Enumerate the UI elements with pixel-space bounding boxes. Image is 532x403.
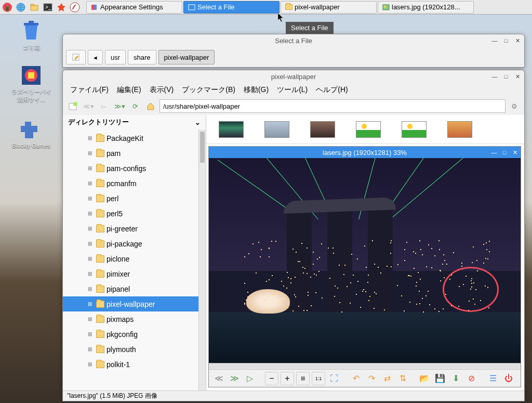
rotate-right-icon[interactable]: ↷ — [365, 372, 378, 385]
tree-item-pipanel[interactable]: ⊞pipanel — [63, 281, 206, 296]
flip-v-icon[interactable]: ⇅ — [396, 372, 409, 385]
menu-view[interactable]: 表示(V) — [147, 84, 177, 96]
image-viewer-titlebar[interactable]: lasers.jpg (1920x1281) 33% — □ ✕ — [209, 147, 521, 158]
tree-item-pi-package[interactable]: ⊞pi-package — [63, 236, 206, 251]
tree-item-plymouth[interactable]: ⊞plymouth — [63, 342, 206, 357]
menu-edit[interactable]: 編集(E) — [114, 84, 144, 96]
path-segment-pixel-wallpaper[interactable]: pixel-wallpaper — [158, 50, 215, 64]
expand-icon[interactable]: ⊞ — [88, 301, 94, 307]
thumb-balloons[interactable] — [264, 121, 289, 138]
titlebar[interactable]: Select a File — □ ✕ — [63, 34, 524, 47]
tree-item-PackageKit[interactable]: ⊞PackageKit — [63, 131, 206, 146]
tree-item-pam[interactable]: ⊞pam — [63, 146, 206, 161]
taskbar-appearance-settings[interactable]: Appearance Settings — [86, 1, 182, 14]
rotate-left-icon[interactable]: ↶ — [349, 372, 363, 385]
tree-item-pkgconfig[interactable]: ⊞pkgconfig — [63, 327, 206, 342]
pathbar-gap-icon[interactable]: ◂ — [88, 50, 103, 64]
close-icon[interactable]: ✕ — [514, 37, 521, 44]
expand-icon[interactable]: ⊞ — [88, 150, 94, 156]
path-segment-usr[interactable]: usr — [105, 50, 126, 64]
open-icon[interactable]: 📂 — [418, 372, 431, 385]
desktop-book[interactable]: ラズベリーパイ活用サイ... — [10, 65, 52, 103]
tree-item-pimixer[interactable]: ⊞pimixer — [63, 266, 206, 281]
zoom-100-icon[interactable]: 1:1 — [312, 372, 325, 385]
expand-icon[interactable]: ⊞ — [88, 180, 94, 186]
scrollbar-horizontal[interactable] — [209, 363, 521, 369]
home-icon[interactable] — [144, 99, 157, 113]
tree-item-polkit-1[interactable]: ⊞polkit-1 — [63, 357, 206, 372]
tree-item-pam-configs[interactable]: ⊞pam-configs — [63, 161, 206, 176]
maximize-icon[interactable]: □ — [501, 149, 508, 156]
close-icon[interactable]: ✕ — [511, 149, 518, 156]
maximize-icon[interactable]: □ — [502, 73, 510, 80]
thumb-placeholder-1[interactable] — [356, 121, 381, 138]
thumb-aurora[interactable] — [219, 121, 244, 138]
taskbar-select-file[interactable]: Select a File — [183, 1, 280, 14]
tree-item-perl[interactable]: ⊞perl — [63, 191, 206, 206]
play-icon[interactable]: ▷ — [243, 372, 257, 385]
scrollbar[interactable] — [198, 129, 206, 391]
prev-icon[interactable]: ≪ — [212, 372, 225, 385]
expand-icon[interactable]: ⊞ — [88, 286, 94, 292]
exit-icon[interactable]: ⏻ — [502, 372, 515, 385]
terminal-icon[interactable]: >_ — [42, 1, 54, 14]
expand-icon[interactable]: ⊞ — [88, 316, 94, 322]
saveas-icon[interactable]: ⬇ — [449, 372, 462, 385]
minimize-icon[interactable]: — — [490, 149, 498, 156]
expand-icon[interactable]: ⊞ — [88, 361, 94, 367]
new-tab-icon[interactable] — [66, 99, 79, 113]
forward-icon[interactable]: ▻ — [97, 99, 111, 113]
path-segment-share[interactable]: share — [128, 50, 156, 64]
go-icon[interactable]: ⚙ — [508, 99, 521, 113]
tree-item-perl5[interactable]: ⊞perl5 — [63, 206, 206, 221]
menu-icon[interactable] — [1, 1, 14, 14]
fullscreen-icon[interactable]: ⛶ — [327, 372, 341, 385]
menu-file[interactable]: ファイル(F) — [67, 84, 112, 96]
files-icon[interactable] — [28, 1, 41, 14]
tree-header[interactable]: ディレクトリツリー ⌄ — [63, 115, 206, 129]
expand-icon[interactable]: ⊞ — [88, 271, 94, 277]
expand-icon[interactable]: ⊞ — [88, 241, 94, 246]
desktop-trash[interactable]: ゴミ箱 — [10, 21, 52, 51]
expand-icon[interactable]: ⊞ — [88, 211, 94, 216]
save-icon[interactable]: 💾 — [433, 372, 447, 385]
thumb-sunset[interactable] — [447, 121, 472, 138]
expand-icon[interactable]: ⊞ — [88, 331, 94, 337]
back-icon[interactable]: ≪▾ — [82, 99, 95, 113]
zoom-out-icon[interactable]: − — [265, 372, 278, 385]
mathematica-icon[interactable] — [55, 1, 68, 14]
maximize-icon[interactable]: □ — [502, 37, 510, 44]
titlebar[interactable]: pixel-wallpaper — □ ✕ — [63, 70, 524, 83]
expand-icon[interactable]: ⊞ — [88, 256, 94, 262]
menu-bookmarks[interactable]: ブックマーク(B) — [179, 84, 238, 96]
preferences-icon[interactable]: ☰ — [486, 372, 500, 385]
directory-tree[interactable]: ⊞PackageKit⊞pam⊞pam-configs⊞pcmanfm⊞perl… — [63, 129, 206, 391]
image-canvas[interactable] — [209, 158, 521, 363]
expand-icon[interactable]: ⊞ — [88, 346, 94, 352]
tree-item-piclone[interactable]: ⊞piclone — [63, 251, 206, 266]
taskbar-lasers-image[interactable]: lasers.jpg (1920x128... — [378, 1, 474, 14]
menu-tools[interactable]: ツール(L) — [274, 84, 311, 96]
taskbar-pixel-wallpaper[interactable]: pixel-wallpaper — [281, 1, 377, 14]
next-icon[interactable]: ≫ — [228, 372, 241, 385]
close-icon[interactable]: ✕ — [514, 73, 521, 80]
menu-help[interactable]: ヘルプ(H) — [313, 84, 351, 96]
delete-icon[interactable]: ⊘ — [464, 372, 478, 385]
tree-item-pixel-wallpaper[interactable]: ⊞pixel-wallpaper — [63, 296, 206, 311]
up-icon[interactable]: ≫▾ — [113, 99, 126, 113]
thumb-placeholder-2[interactable] — [402, 121, 427, 138]
expand-icon[interactable]: ⊞ — [88, 165, 94, 171]
minimize-icon[interactable]: — — [491, 73, 498, 80]
tree-item-pixmaps[interactable]: ⊞pixmaps — [63, 311, 206, 327]
reload-icon[interactable]: ⟳ — [128, 99, 142, 113]
menu-go[interactable]: 移動(G) — [241, 84, 272, 96]
address-input[interactable] — [159, 99, 506, 113]
minimize-icon[interactable]: — — [491, 37, 498, 44]
zoom-in-icon[interactable]: + — [281, 372, 294, 385]
desktop-blockly[interactable]: Blockly Games — [10, 120, 52, 149]
expand-icon[interactable]: ⊞ — [88, 196, 94, 201]
chevron-down-icon[interactable]: ⌄ — [195, 119, 201, 126]
tree-item-pcmanfm[interactable]: ⊞pcmanfm — [63, 176, 206, 191]
zoom-fit-icon[interactable]: ⊞ — [296, 372, 310, 385]
flip-h-icon[interactable]: ⇄ — [380, 372, 394, 385]
